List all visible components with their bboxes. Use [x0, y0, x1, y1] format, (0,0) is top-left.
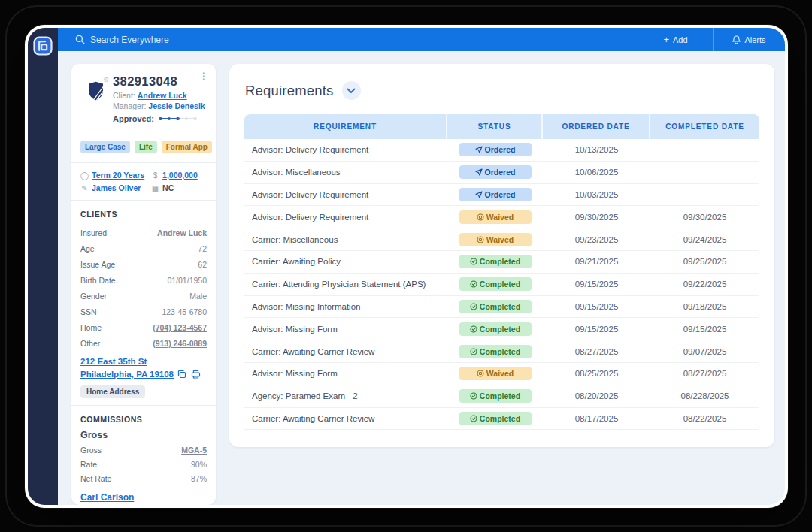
field-row: Home(704) 123-4567	[80, 319, 207, 335]
completed-date: 08/22/2025	[650, 414, 759, 423]
address-link[interactable]: 212 East 35th StPhiladelphia, PA 19108	[80, 357, 174, 379]
requirement-row[interactable]: Advisor: Missing FormCompleted09/15/2025…	[244, 318, 759, 340]
field-label: Issue Age	[80, 260, 115, 269]
nav-rail	[28, 28, 58, 505]
completed-date: 09/07/2025	[650, 347, 759, 356]
field-row: Net Rate87%	[80, 472, 207, 486]
status-cell: Completed	[447, 277, 543, 291]
collapse-requirements-button[interactable]	[342, 81, 361, 100]
requirement-row[interactable]: Advisor: Missing InformationCompleted09/…	[244, 296, 759, 319]
requirement-row[interactable]: Agency: Paramed Exam - 2Completed08/20/2…	[244, 385, 759, 408]
status-badge: Completed	[459, 322, 532, 336]
field-label: Gross	[80, 446, 102, 455]
completed-date: 09/22/2025	[650, 280, 759, 289]
field-label: Net Rate	[80, 474, 111, 483]
ordered-date: 08/27/2025	[543, 347, 650, 356]
requirements-panel: Requirements REQUIREMENTSTATUSORDERED DA…	[229, 64, 774, 447]
case-tag: Life	[135, 141, 157, 153]
approved-label: Approved:	[113, 114, 154, 123]
address-type-chip: Home Address	[80, 385, 145, 398]
panel-title: Requirements	[245, 83, 334, 99]
column-header: REQUIREMENT	[244, 114, 447, 139]
ordered-date: 09/15/2025	[543, 280, 650, 289]
requirement-row[interactable]: Advisor: Delivery RequirementWaived09/30…	[244, 206, 759, 228]
commissions-section-title: COMMISSIONS	[80, 415, 207, 424]
completed-date: 08/27/2025	[650, 369, 759, 378]
requirement-name: Carrier: Miscellaneous	[244, 235, 447, 244]
status-badge: Completed	[459, 389, 532, 403]
carrier-shield-icon	[88, 90, 104, 103]
requirement-row[interactable]: Advisor: Delivery RequirementOrdered10/0…	[244, 184, 759, 207]
status-badge: Completed	[459, 412, 532, 425]
requirement-name: Advisor: Delivery Requirement	[244, 145, 447, 154]
requirement-name: Carrier: Awaiting Carrier Review	[244, 414, 447, 423]
requirement-name: Agency: Paramed Exam - 2	[244, 391, 447, 401]
status-cell: Ordered	[447, 165, 543, 179]
requirement-name: Carrier: Attending Physician Statement (…	[244, 280, 447, 289]
requirement-row[interactable]: Carrier: Awaiting PolicyCompleted09/21/2…	[244, 251, 759, 274]
field-value-link[interactable]: (704) 123-4567	[153, 323, 207, 332]
manager-link[interactable]: Jessie Denesik	[148, 101, 205, 110]
policy-term-link[interactable]: Term 20 Years	[92, 171, 144, 180]
field-label: Other	[80, 339, 100, 348]
status-badge: Completed	[459, 300, 532, 313]
requirement-row[interactable]: Advisor: Delivery RequirementOrdered10/1…	[244, 139, 759, 162]
ordered-date: 09/21/2025	[543, 257, 650, 266]
status-cell: Completed	[447, 255, 543, 268]
search-input[interactable]: Search Everywhere	[58, 35, 638, 45]
requirement-row[interactable]: Advisor: MiscellaneousOrdered10/06/2025	[244, 162, 759, 184]
add-button[interactable]: + Add	[638, 28, 713, 51]
requirement-row[interactable]: Advisor: Missing FormWaived08/25/202508/…	[244, 363, 759, 385]
status-badge: Completed	[459, 345, 532, 358]
ordered-date: 09/15/2025	[543, 302, 650, 311]
field-value: Male	[189, 292, 207, 301]
waived-status-icon	[477, 370, 484, 377]
ordered-date: 08/25/2025	[543, 369, 650, 378]
field-row: Age72	[80, 240, 207, 256]
ordered-date: 09/30/2025	[543, 213, 650, 222]
app-logo-icon[interactable]	[33, 36, 53, 505]
bell-icon	[732, 35, 741, 44]
requirement-row[interactable]: Carrier: MiscellaneousWaived09/23/202509…	[244, 228, 759, 251]
field-value-link[interactable]: MGA-5	[181, 446, 207, 455]
field-value: 90%	[191, 460, 207, 469]
policy-state: NC	[162, 183, 174, 192]
field-value-link[interactable]: (913) 246-0889	[153, 339, 207, 348]
client-link[interactable]: Andrew Luck	[138, 91, 187, 100]
requirement-row[interactable]: Carrier: Awaiting Carrier ReviewComplete…	[244, 408, 759, 431]
content-area: ⋮ ⚙	[58, 51, 785, 505]
state-grid-icon: ▦	[151, 184, 159, 192]
field-value-link[interactable]: Andrew Luck	[157, 228, 207, 237]
case-tag: Formal App	[162, 141, 212, 153]
field-label: Home	[80, 323, 102, 332]
commission-agent-link[interactable]: Carl Carlson	[80, 492, 134, 503]
status-badge: Ordered	[459, 165, 532, 179]
ordered-date: 08/17/2025	[543, 414, 650, 423]
copy-icon[interactable]	[177, 370, 186, 382]
search-placeholder: Search Everywhere	[90, 35, 169, 45]
status-badge: Completed	[459, 255, 532, 268]
completed-date: 09/24/2025	[650, 235, 759, 244]
completed-date: 09/18/2025	[650, 302, 759, 311]
field-label: SSN	[80, 307, 97, 316]
requirement-name: Advisor: Missing Information	[244, 302, 447, 311]
field-value: 01/01/1950	[167, 276, 207, 285]
policy-type-icon: ◯	[80, 171, 89, 180]
completed-status-icon	[470, 258, 477, 265]
client-label: Client:	[113, 91, 135, 100]
policy-agent-link[interactable]: James Oliver	[92, 183, 141, 192]
waived-status-icon	[477, 236, 484, 243]
field-row: Other(913) 246-0889	[80, 335, 207, 351]
status-cell: Waived	[447, 233, 543, 246]
status-cell: Waived	[447, 210, 543, 224]
requirement-row[interactable]: Carrier: Awaiting Carrier ReviewComplete…	[244, 340, 759, 363]
alerts-button[interactable]: Alerts	[713, 28, 785, 51]
print-icon[interactable]	[191, 370, 201, 382]
policy-amount-link[interactable]: 1,000,000	[162, 171, 198, 180]
policy-summary: ◯Term 20 Years $1,000,000 ✎James Oliver …	[71, 163, 216, 200]
completed-status-icon	[470, 303, 477, 310]
requirement-row[interactable]: Carrier: Attending Physician Statement (…	[244, 274, 759, 296]
manager-label: Manager:	[113, 101, 146, 110]
kebab-menu-icon[interactable]: ⋮	[199, 71, 208, 80]
status-badge: Ordered	[459, 143, 532, 156]
